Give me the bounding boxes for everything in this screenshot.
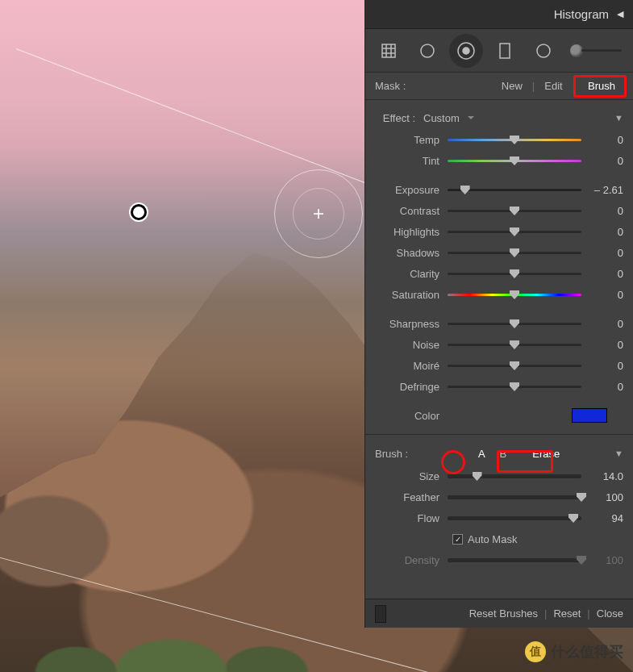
defringe-slider[interactable] [448,381,581,392]
sharpness-row: Sharpness 0 [375,313,623,334]
automask-label: Auto Mask [468,533,517,545]
watermark: 值 什么值得买 [525,641,623,662]
noise-slider[interactable] [448,339,581,350]
tint-row: Tint 0 [375,150,623,171]
moire-slider[interactable] [448,360,581,371]
size-row: Size 14.0 [375,465,623,486]
size-slider[interactable] [448,470,581,482]
automask-checkbox[interactable] [452,534,463,545]
color-row: Color [375,405,623,426]
brush-cursor [274,169,363,258]
watermark-text: 什么值得买 [551,642,623,662]
color-swatch[interactable] [572,408,607,423]
highlights-slider[interactable] [448,226,581,237]
moire-row: Moiré 0 [375,355,623,376]
histogram-header[interactable]: Histogram ◀ [365,0,633,29]
tint-slider[interactable] [448,155,581,166]
brush-erase-button[interactable]: Erase [532,448,560,460]
chevron-down-icon [468,116,474,123]
disclosure-icon[interactable]: ▼ [614,113,623,123]
feather-slider[interactable] [448,491,581,503]
automask-row: Auto Mask [375,528,623,549]
mask-mode-row: Mask : New | Edit | Brush [365,73,633,100]
radial-filter-tool-icon[interactable] [493,39,517,63]
panel-footer: Reset Brushes | Reset | Close [365,599,633,628]
exposure-slider[interactable] [448,184,581,195]
clarity-row: Clarity 0 [375,263,623,284]
before-after-toggle[interactable] [375,605,386,623]
density-slider [448,554,581,566]
adjustment-pin[interactable] [131,204,147,220]
svg-rect-0 [382,44,395,57]
contrast-row: Contrast 0 [375,200,623,221]
disclosure-icon[interactable]: ▼ [614,449,623,458]
brush-b-button[interactable]: B [500,448,507,460]
watermark-badge: 值 [525,641,546,662]
clarity-slider[interactable] [448,268,581,279]
histogram-title: Histogram [554,7,609,21]
reset-brushes-button[interactable]: Reset Brushes [469,607,538,620]
sharpness-slider[interactable] [448,318,581,329]
temp-slider[interactable] [448,134,581,145]
spot-tool-icon[interactable] [415,39,439,63]
reset-button[interactable]: Reset [553,607,581,620]
shadows-slider[interactable] [448,247,581,258]
noise-row: Noise 0 [375,334,623,355]
brush-a-button[interactable]: A [478,448,485,460]
brush-tool-icon[interactable] [531,39,556,63]
develop-panel: Histogram ◀ Mask : [364,0,633,628]
saturation-row: Saturation 0 [375,284,623,305]
brush-section: Brush : A B Erase ▼ Size 14.0 Feather 10… [365,435,633,611]
effect-section: Effect : Custom ▼ Temp 0 Tint 0 Exposure [365,100,633,435]
collapse-icon[interactable]: ◀ [617,9,623,19]
contrast-slider[interactable] [448,205,581,216]
mask-edit-button[interactable]: Edit [539,77,567,95]
svg-point-7 [463,48,469,54]
defringe-row: Defringe 0 [375,376,623,397]
exposure-row: Exposure – 2.61 [375,179,623,200]
svg-point-9 [537,44,550,57]
feather-row: Feather 100 [375,486,623,507]
crop-tool-icon[interactable] [377,39,401,63]
mask-label: Mask : [375,80,406,92]
flow-slider[interactable] [448,512,581,524]
tool-strip [365,29,633,73]
shadows-row: Shadows 0 [375,242,623,263]
temp-row: Temp 0 [375,129,623,150]
flow-row: Flow 94 [375,507,623,528]
image-canvas[interactable]: Histogram ◀ Mask : [0,0,633,672]
graduated-filter-tool-icon[interactable] [454,39,478,63]
svg-rect-8 [500,44,510,58]
photo-foliage [0,551,380,672]
svg-point-5 [421,44,434,57]
effect-label: Effect : [375,112,423,124]
effect-preset-dropdown[interactable]: Custom [423,112,474,124]
close-button[interactable]: Close [597,607,623,620]
range-mask-tool[interactable] [570,44,622,57]
saturation-slider[interactable] [448,289,581,300]
highlights-row: Highlights 0 [375,221,623,242]
mask-brush-button[interactable]: Brush [580,77,623,95]
mask-new-button[interactable]: New [497,77,527,95]
density-row: Density 100 [375,549,623,570]
brush-label: Brush : [375,448,423,460]
